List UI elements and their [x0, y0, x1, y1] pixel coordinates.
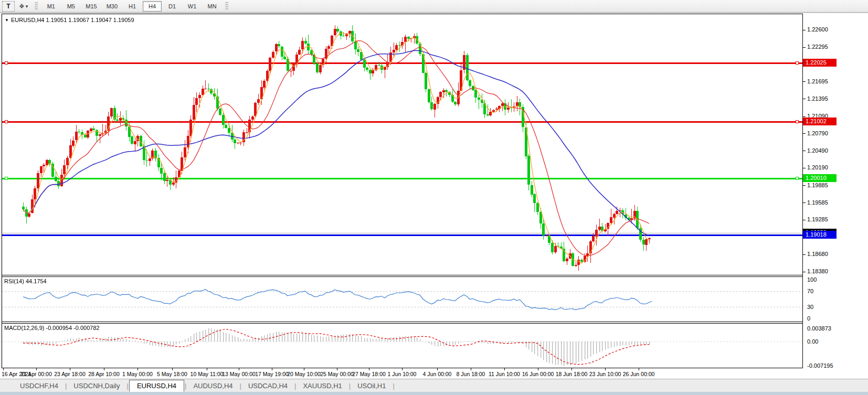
time-tick-label: 8 Jun 18:00 — [457, 371, 485, 377]
time-tick-mark — [304, 368, 304, 370]
time-tick-mark — [36, 368, 37, 370]
symbol-dropdown-triangle-icon: ▼ — [5, 18, 9, 23]
hline-price-label: 1.20010 — [803, 174, 837, 182]
toolbar-drag-handle[interactable] — [225, 2, 228, 10]
price-tick-mark — [803, 220, 806, 220]
time-tick-label: 28 Apr 10:00 — [88, 371, 120, 377]
time-tick-label: 23 Apr 18:00 — [54, 371, 86, 377]
time-tick-mark — [70, 368, 70, 370]
macd-signal-value: -0.000782 — [73, 325, 100, 331]
styles-dropdown-button[interactable]: ❖ ▾ — [16, 1, 31, 12]
time-tick-mark — [402, 368, 403, 370]
symbol-tab-audusd[interactable]: AUDUSD,H4 — [187, 380, 239, 391]
styles-icon: ❖ — [19, 3, 25, 10]
price-tick-label: 1.21395 — [807, 95, 828, 102]
symbol-tab-usoil[interactable]: USOil,H1 — [351, 380, 392, 391]
macd-tick-label: 0.00 — [807, 338, 818, 345]
time-tick-mark — [3, 368, 4, 370]
price-tick-mark — [803, 202, 806, 203]
price-tick-mark — [803, 168, 806, 168]
time-tick-mark — [504, 368, 505, 370]
price-tick-mark — [803, 47, 806, 48]
top-toolbar: T ❖ ▾ M1M5M15M30H1H4D1W1MN — [0, 0, 868, 13]
time-tick-label: 13 May 00:00 — [222, 371, 256, 377]
time-tick-label: 11 Jun 10:00 — [489, 371, 520, 377]
chart-symbol-period: EURUSD,H4 — [11, 17, 45, 23]
symbol-tab-usdcnh[interactable]: USDCNH,Daily — [67, 380, 126, 391]
rsi-tick-label: 100 — [807, 276, 817, 283]
price-chart-canvas[interactable] — [2, 14, 802, 368]
symbol-tab-eurusd[interactable]: EURUSD,H4 — [129, 380, 184, 392]
time-tick-mark — [137, 368, 138, 370]
timeframe-button-w1[interactable]: W1 — [183, 1, 202, 12]
price-tick-label: 1.21695 — [807, 78, 828, 84]
timeframe-button-m5[interactable]: M5 — [61, 1, 80, 12]
time-axis[interactable]: 16 Apr 202121 Apr 00:0023 Apr 18:0028 Ap… — [0, 368, 868, 379]
timeframe-button-h1[interactable]: H1 — [123, 1, 142, 12]
ohlc-high: 1.19067 — [68, 17, 89, 23]
chevron-down-icon: ▾ — [26, 4, 28, 9]
time-tick-label: 16 Jun 00:00 — [522, 371, 554, 377]
time-tick-label: 4 Jun 00:00 — [423, 371, 452, 377]
chart-window: ▼EURUSD,H41.190511.190671.190471.19059 R… — [2, 14, 803, 368]
price-tick-label: 1.22600 — [807, 26, 828, 33]
price-axis[interactable]: 1.226001.222951.219951.216951.213951.210… — [803, 14, 868, 368]
tab-separator: | — [185, 382, 186, 390]
ohlc-open: 1.19051 — [46, 17, 67, 23]
time-tick-label: 10 May 11:00 — [190, 371, 224, 377]
macd-indicator-label: MACD(12,26,9) -0.000954 -0.000782 — [4, 325, 100, 331]
time-tick-label: 17 May 19:00 — [255, 371, 289, 377]
toolbar-drag-handle[interactable] — [35, 2, 38, 10]
macd-name: MACD(12,26,9) — [4, 325, 44, 331]
time-tick-mark — [337, 368, 337, 370]
time-tick-mark — [207, 368, 207, 370]
timeframe-button-h4[interactable]: H4 — [143, 1, 162, 12]
timeframe-button-m30[interactable]: M30 — [102, 1, 122, 12]
symbol-tab-xauusd[interactable]: XAUUSD,H1 — [297, 380, 348, 391]
time-tick-label: 27 May 18:00 — [352, 371, 386, 377]
timeframe-button-group: M1M5M15M30H1H4D1W1MN — [41, 1, 221, 12]
time-tick-mark — [605, 368, 606, 370]
symbol-tab-usdchf[interactable]: USDCHF,H4 — [14, 380, 65, 391]
time-tick-mark — [571, 368, 572, 370]
tab-separator: | — [294, 382, 296, 390]
time-tick-mark — [172, 368, 173, 370]
price-tick-label: 1.19585 — [807, 199, 828, 206]
timeframe-button-m15[interactable]: M15 — [81, 1, 101, 12]
tab-separator: | — [126, 382, 128, 390]
ohlc-close: 1.19059 — [113, 17, 134, 23]
time-tick-mark — [272, 368, 272, 370]
rsi-tick-label: 30 — [807, 304, 813, 310]
time-tick-label: 5 May 18:00 — [157, 371, 187, 377]
price-tick-label: 1.22295 — [807, 44, 828, 50]
timeframe-button-mn[interactable]: MN — [203, 1, 221, 12]
mt4-application-window: { "toolbar": { "text_tool_label": "T", "… — [0, 0, 868, 395]
symbol-tab-bar: USDCHF,H4|USDCNH,Daily|EURUSD,H4|AUDUSD,… — [0, 379, 868, 392]
rsi-tick-label: 70 — [807, 288, 813, 294]
time-tick-mark — [104, 368, 104, 370]
price-tick-mark — [803, 99, 806, 99]
timeframe-button-m1[interactable]: M1 — [41, 1, 60, 12]
time-tick-label: 18 Jun 18:00 — [556, 371, 588, 377]
time-tick-label: 23 Jun 10:00 — [589, 371, 621, 377]
price-tick-label: 1.19285 — [807, 216, 828, 222]
price-tick-mark — [803, 272, 806, 272]
text-tool-button[interactable]: T — [2, 1, 15, 12]
price-tick-label: 1.20190 — [807, 164, 828, 170]
rsi-indicator-label: RSI(14) 44.1754 — [4, 278, 47, 284]
macd-tick-label: 0.003873 — [807, 325, 831, 332]
time-tick-label: 1 May 00:00 — [122, 371, 153, 377]
timeframe-button-d1[interactable]: D1 — [163, 1, 182, 12]
price-tick-label: 1.19885 — [807, 182, 828, 188]
chart-title: ▼EURUSD,H41.190511.190671.190471.19059 — [5, 17, 136, 23]
price-tick-label: 1.20490 — [807, 147, 828, 154]
symbol-tab-usdcad[interactable]: USDCAD,H4 — [242, 380, 294, 391]
time-tick-label: 1 Jun 10:00 — [388, 371, 417, 377]
tab-separator: | — [393, 382, 394, 390]
time-tick-mark — [471, 368, 471, 370]
price-tick-mark — [803, 151, 806, 151]
price-tick-mark — [803, 81, 806, 82]
ohlc-low: 1.19047 — [91, 17, 112, 23]
price-tick-mark — [803, 185, 806, 186]
rsi-name: RSI(14) — [4, 278, 24, 284]
